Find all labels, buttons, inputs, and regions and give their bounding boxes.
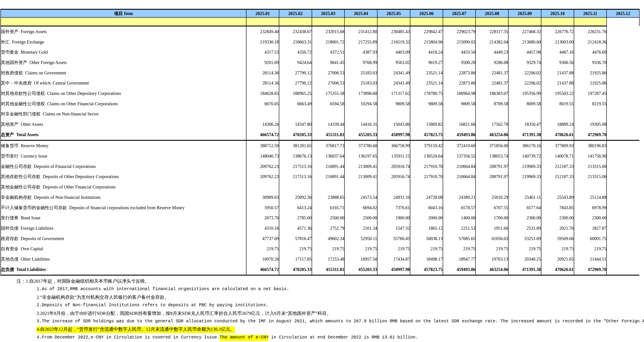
cell-value xyxy=(541,109,574,119)
yellow-band-cell xyxy=(574,18,607,26)
row-label: 其他负债 Other Liabilities xyxy=(1,254,246,264)
cell-value-empty-december xyxy=(606,192,639,203)
column-header-month: 2025.03 xyxy=(312,9,345,18)
row-label: 对政府债权 Claims on Government xyxy=(1,68,246,78)
cell-value: 209762.23 xyxy=(246,172,279,182)
cell-value-empty-december xyxy=(606,161,639,172)
cell-value: 455203.33 xyxy=(344,264,377,275)
cell-value: 136520.64 xyxy=(410,151,443,161)
footnotes: 注：1.自2017年起，对国际金融组织相关本币账户以净头寸反映。1.As of … xyxy=(0,277,644,341)
cell-value: 9329.74 xyxy=(508,57,541,68)
cell-value: 6707.55 xyxy=(476,203,508,213)
cell-value: 6413.24 xyxy=(279,203,312,213)
cell-value: 466574.72 xyxy=(246,264,279,275)
cell-value: 463254.06 xyxy=(476,264,508,275)
cell-value: 25183.03 xyxy=(344,68,377,78)
cell-value: 138676.13 xyxy=(279,151,312,161)
cell-value: 8009.58 xyxy=(508,99,541,109)
cell-value: 470626.61 xyxy=(541,264,574,275)
cell-value: 2251.53 xyxy=(443,223,476,233)
cell-value: 373780.60 xyxy=(344,140,377,151)
cell-value xyxy=(344,182,377,192)
cell-value: 379159.42 xyxy=(410,140,443,151)
cell-value: 457823.75 xyxy=(410,129,443,140)
cell-value: 1700.00 xyxy=(476,213,508,223)
cell-value-empty-december xyxy=(606,57,639,68)
cell-value: 197287.45 xyxy=(574,88,607,99)
cell-value: 19305.08 xyxy=(574,119,607,129)
note-line: 4.自2022年12月起，“货币发行”含流通中数字人民币。12月末流通中数字人民… xyxy=(0,325,644,333)
cell-value: 226231.76 xyxy=(574,26,607,37)
note-text: 1.As of 2017,RMB accounts with internati… xyxy=(36,287,289,291)
yellow-band-cell xyxy=(606,18,639,26)
cell-value: 23888.65 xyxy=(312,192,345,203)
cell-value: 9641.45 xyxy=(312,57,345,68)
cell-value-empty-december xyxy=(606,47,639,57)
cell-value: 60001.75 xyxy=(574,233,607,244)
column-header-month: 2025.04 xyxy=(344,9,377,18)
cell-value: 366758.99 xyxy=(377,140,410,151)
cell-value: 22206.02 xyxy=(508,78,541,88)
cell-value: 459493.86 xyxy=(443,129,476,140)
cell-value: 20921.65 xyxy=(541,254,574,264)
cell-value: 9306.56 xyxy=(541,57,574,68)
cell-value xyxy=(279,109,312,119)
cell-value: 215090.02 xyxy=(443,37,476,47)
row-label: 非金融机构存款 Deposits of Non-financial Instit… xyxy=(1,192,246,203)
cell-value: 466574.72 xyxy=(246,129,279,140)
table-row: 不计入储备货币的金融性公司存款 Deposits of financial co… xyxy=(1,203,639,213)
cell-value-empty-december xyxy=(606,88,639,99)
cell-value: 216891.44 xyxy=(312,161,345,172)
cell-value: 4403.09 xyxy=(377,47,410,57)
item-column-header: 项目 Item xyxy=(1,9,246,18)
cell-value: 14347.80 xyxy=(279,119,312,129)
cell-value: 14416.31 xyxy=(344,119,377,129)
row-label: 其他国外资产 Other Foreign Assets xyxy=(1,57,246,68)
cell-value: 24931.10 xyxy=(377,192,410,203)
table-row: 国外负债 Foreign Liabilities4310.164571.3627… xyxy=(1,223,639,233)
cell-value: 25092.36 xyxy=(279,192,312,203)
highlighted-note-text: 4.自2022年12月起，“货币发行”含流通中数字人民币。12月末流通中数字人民… xyxy=(36,326,235,332)
note-text: 2.Deposits of Non-financial Institutions… xyxy=(36,303,268,308)
cell-value: 4476.69 xyxy=(574,47,607,57)
cell-value: 219.75 xyxy=(476,244,508,254)
cell-value: 17253.48 xyxy=(312,254,345,264)
cell-value xyxy=(312,182,345,192)
cell-value: 209762.23 xyxy=(246,161,279,172)
cell-value xyxy=(279,182,312,192)
highlighted-note-text: The amount of e-CNY xyxy=(220,335,268,340)
row-label: 其他资产 Other Assets xyxy=(1,119,246,129)
table-row: 货币发行 Currency Issue148040.73138676.13136… xyxy=(1,151,639,161)
cell-value: 140739.72 xyxy=(508,151,541,161)
cell-value: 212418.36 xyxy=(574,37,607,47)
note-line: 3.The increase of SDR holdings was due t… xyxy=(0,317,644,325)
cell-value: 9563.02 xyxy=(377,57,410,68)
cell-value: 6165.71 xyxy=(312,203,345,213)
cell-value: 16970.26 xyxy=(246,254,279,264)
row-label: 政府存款 Deposits of Government xyxy=(1,233,246,244)
cell-value: 215804.96 xyxy=(410,37,443,47)
cell-value: 15043.86 xyxy=(377,119,410,129)
row-label: 其中：中央政府 Of which: Central Government xyxy=(1,78,246,88)
cell-value: 18350.47 xyxy=(508,119,541,129)
cell-value xyxy=(312,109,345,119)
row-label: 对其他金融性公司债权 Claims on Other Financial Cor… xyxy=(1,99,246,109)
cell-value-empty-december xyxy=(606,78,639,88)
cell-value: 219.75 xyxy=(344,244,377,254)
cell-value: 472969.70 xyxy=(574,264,607,275)
cell-value: 22481.37 xyxy=(476,68,508,78)
cell-value: 22206.02 xyxy=(508,68,541,78)
cell-value: 53251.69 xyxy=(508,233,541,244)
cell-value xyxy=(508,182,541,192)
yellow-band-cell xyxy=(377,18,410,26)
cell-value: 57685.65 xyxy=(443,233,476,244)
cell-value xyxy=(377,182,410,192)
cell-value: 16821.66 xyxy=(443,119,476,129)
cell-value: 25543.89 xyxy=(541,192,574,203)
cell-value: 2673.70 xyxy=(246,213,279,223)
cell-value: 6663.49 xyxy=(279,99,312,109)
cell-value: 455203.33 xyxy=(344,129,377,140)
cell-value: 18889.24 xyxy=(541,119,574,129)
cell-value: 9424.64 xyxy=(279,57,312,68)
cell-value: 1951.60 xyxy=(476,223,508,233)
